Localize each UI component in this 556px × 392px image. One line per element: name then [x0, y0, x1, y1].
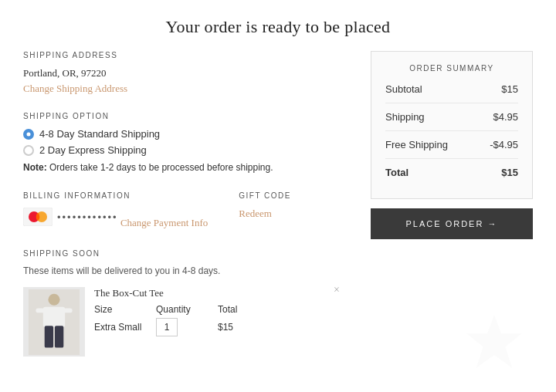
- total-value: $15: [218, 322, 264, 333]
- shipping-option-express-label: 2 Day Express Shipping: [39, 144, 147, 156]
- summary-row-total: Total $15: [385, 167, 518, 178]
- mastercard-icon: [23, 208, 53, 226]
- shipping-label: Shipping: [385, 111, 425, 123]
- product-row: The Box-Cut Tee Size Quantity Total Extr…: [23, 284, 348, 357]
- shipping-address-label: SHIPPING ADDRESS: [23, 51, 348, 59]
- redeem-link[interactable]: Redeem: [239, 208, 272, 219]
- product-image-svg: [27, 289, 81, 355]
- size-value: Extra Small: [94, 322, 156, 333]
- order-summary-title: ORDER SUMMARY: [385, 64, 518, 73]
- place-order-button[interactable]: PLACE ORDER →: [371, 208, 533, 239]
- product-details: The Box-Cut Tee Size Quantity Total Extr…: [94, 287, 348, 336]
- shipping-option-label: SHIPPING OPTION: [23, 112, 348, 120]
- subtotal-label: Subtotal: [385, 83, 422, 95]
- radio-standard[interactable]: [23, 129, 34, 140]
- shipping-address: Portland, OR, 97220: [23, 67, 348, 79]
- page-title: Your order is ready to be placed: [0, 0, 556, 51]
- qty-header: Quantity: [156, 304, 218, 315]
- svg-rect-8: [45, 326, 53, 347]
- remove-item-button[interactable]: ×: [334, 284, 340, 296]
- delivery-note: These items will be delivered to you in …: [23, 265, 348, 276]
- shipping-soon-label: SHIPPING SOON: [23, 249, 348, 258]
- shipping-option-express[interactable]: 2 Day Express Shipping: [23, 144, 348, 156]
- summary-row-subtotal: Subtotal $15: [385, 83, 518, 103]
- cc-dots: ••••••••••••: [57, 211, 118, 223]
- total-label: Total: [385, 167, 409, 178]
- product-table-headers: Size Quantity Total: [94, 304, 348, 315]
- qty-box[interactable]: 1: [156, 318, 178, 336]
- billing-label: BILLING INFORMATION: [23, 191, 208, 200]
- svg-point-4: [48, 293, 59, 305]
- shipping-note: Note: Orders take 1-2 days to be process…: [23, 161, 348, 174]
- free-shipping-value: -$4.95: [490, 139, 518, 150]
- shipping-option-standard-label: 4-8 Day Standard Shipping: [39, 128, 160, 140]
- qty-value: 1: [156, 318, 218, 336]
- total-value: $15: [501, 167, 518, 178]
- svg-rect-5: [43, 306, 65, 326]
- summary-row-free-shipping: Free Shipping -$4.95: [385, 139, 518, 159]
- svg-rect-6: [36, 308, 44, 313]
- svg-rect-9: [55, 326, 63, 347]
- product-name: The Box-Cut Tee: [94, 287, 348, 299]
- product-table-row: Extra Small 1 $15: [94, 318, 348, 336]
- shipping-value: $4.95: [493, 111, 518, 123]
- change-shipping-link[interactable]: Change Shipping Address: [23, 83, 127, 94]
- order-summary-box: ORDER SUMMARY Subtotal $15 Shipping $4.9…: [371, 51, 533, 199]
- product-image: [23, 287, 85, 357]
- summary-row-shipping: Shipping $4.95: [385, 111, 518, 131]
- subtotal-value: $15: [501, 83, 518, 95]
- change-payment-link[interactable]: Change Payment Info: [120, 217, 208, 228]
- total-header: Total: [218, 304, 264, 315]
- radio-express[interactable]: [23, 145, 34, 156]
- size-header: Size: [94, 304, 156, 315]
- svg-rect-7: [63, 308, 72, 313]
- shipping-option-standard[interactable]: 4-8 Day Standard Shipping: [23, 128, 348, 140]
- gift-code-label: GIFT CODE: [239, 191, 291, 200]
- free-shipping-label: Free Shipping: [385, 139, 448, 150]
